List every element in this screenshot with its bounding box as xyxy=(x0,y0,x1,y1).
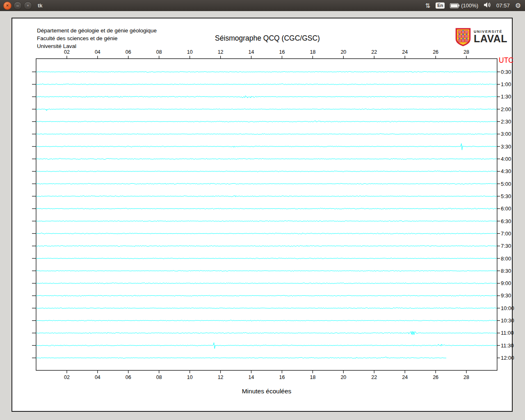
x-tick-label-bottom: 18 xyxy=(310,374,315,380)
x-tick-label-bottom: 24 xyxy=(402,374,408,380)
utc-time-label: 10:30 xyxy=(501,317,514,324)
seismic-trace-row xyxy=(36,308,497,309)
utc-axis-title: UTC xyxy=(499,56,514,64)
seismic-trace-row xyxy=(36,357,446,358)
x-tick-label-top: 26 xyxy=(433,49,438,55)
x-tick-label-bottom: 12 xyxy=(218,374,224,380)
seismic-trace-row xyxy=(36,109,497,111)
x-tick-label-bottom: 16 xyxy=(279,374,285,380)
seismic-trace-row xyxy=(36,84,497,85)
x-tick-label-bottom: 10 xyxy=(187,374,193,380)
utc-time-label: 8:00 xyxy=(501,256,511,262)
helicorder-chart: 0202040406060808101012121414161618182020… xyxy=(0,0,525,420)
x-tick-label-top: 14 xyxy=(249,49,254,55)
seismic-trace-row xyxy=(36,183,497,185)
x-tick-label-bottom: 22 xyxy=(371,374,377,380)
x-tick-label-bottom: 04 xyxy=(95,374,100,380)
seismic-trace-row xyxy=(36,71,497,72)
seismic-trace-row xyxy=(36,270,497,272)
utc-time-label: 9:30 xyxy=(501,292,511,299)
utc-time-label: 3:00 xyxy=(501,131,511,137)
x-tick-label-bottom: 20 xyxy=(340,374,346,380)
utc-time-label: 2:30 xyxy=(501,119,511,125)
seismic-trace-row xyxy=(36,221,497,221)
x-tick-label-top: 06 xyxy=(126,49,131,55)
utc-time-label: 12:00 xyxy=(501,355,514,361)
seismic-trace-row xyxy=(36,331,497,335)
x-tick-label-top: 20 xyxy=(340,49,346,55)
utc-time-label: 4:00 xyxy=(501,156,511,162)
seismic-trace-row xyxy=(36,121,497,122)
utc-time-label: 3:30 xyxy=(501,144,511,150)
utc-time-label: 11:30 xyxy=(501,342,514,349)
x-tick-label-bottom: 08 xyxy=(156,374,162,380)
utc-time-label: 7:00 xyxy=(501,231,511,237)
seismic-trace-row xyxy=(36,96,497,98)
seismic-trace-row xyxy=(36,144,497,150)
seismic-trace-row xyxy=(36,134,497,135)
seismic-trace-row xyxy=(36,295,497,297)
seismic-trace-row xyxy=(36,342,497,349)
x-tick-label-bottom: 14 xyxy=(249,374,254,380)
x-tick-label-top: 12 xyxy=(218,49,224,55)
utc-time-label: 9:00 xyxy=(501,280,511,286)
utc-time-label: 4:30 xyxy=(501,168,511,174)
x-tick-label-top: 08 xyxy=(156,49,162,55)
x-tick-label-top: 22 xyxy=(371,49,377,55)
x-tick-label-top: 16 xyxy=(279,49,285,55)
x-tick-label-bottom: 02 xyxy=(64,374,70,380)
x-tick-label-top: 02 xyxy=(64,49,70,55)
utc-time-label: 7:30 xyxy=(501,243,511,249)
utc-time-label: 1:30 xyxy=(501,94,511,100)
utc-time-label: 8:30 xyxy=(501,268,511,274)
utc-time-label: 6:00 xyxy=(501,205,511,212)
seismic-trace-row xyxy=(36,320,497,321)
utc-time-label: 10:00 xyxy=(501,305,514,311)
utc-time-label: 1:00 xyxy=(501,81,511,87)
x-tick-label-top: 24 xyxy=(402,49,408,55)
seismic-trace-row xyxy=(36,196,497,197)
utc-time-label: 11:00 xyxy=(501,330,514,336)
seismic-trace-row xyxy=(36,283,497,284)
seismic-trace-row xyxy=(36,245,497,247)
utc-time-label: 5:30 xyxy=(501,193,511,199)
utc-time-label: 0:30 xyxy=(501,69,511,75)
utc-time-label: 5:00 xyxy=(501,181,511,187)
seismic-trace-row xyxy=(36,233,497,234)
x-tick-label-top: 10 xyxy=(187,49,193,55)
x-tick-label-bottom: 26 xyxy=(433,374,438,380)
plot-frame xyxy=(36,59,497,370)
x-tick-label-bottom: 28 xyxy=(463,374,469,380)
seismic-trace-row xyxy=(36,258,497,259)
x-tick-label-top: 28 xyxy=(463,49,469,55)
utc-time-label: 6:30 xyxy=(501,218,511,224)
seismic-trace-row xyxy=(36,158,497,160)
utc-time-label: 2:00 xyxy=(501,106,511,112)
x-tick-label-top: 18 xyxy=(310,49,315,55)
x-tick-label-top: 04 xyxy=(95,49,100,55)
seismic-trace-row xyxy=(36,171,497,172)
x-tick-label-bottom: 06 xyxy=(126,374,131,380)
seismic-trace-row xyxy=(36,208,497,209)
